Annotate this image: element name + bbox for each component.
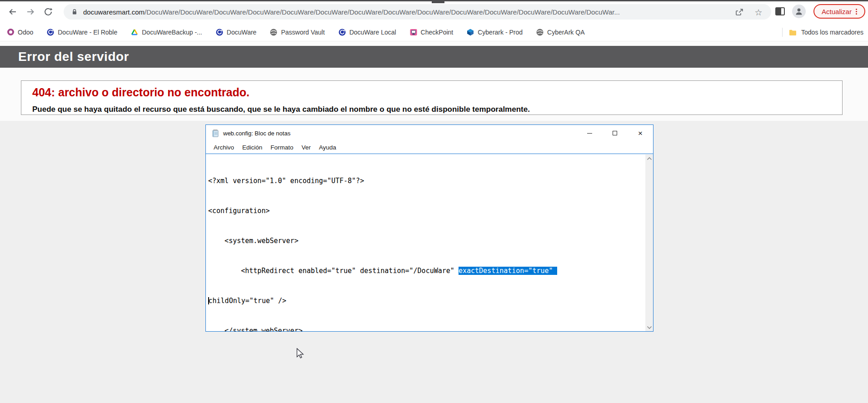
bookmark-label: DocuWare - El Roble [58, 29, 117, 36]
bookmark-label: DocuWare Local [349, 29, 396, 36]
actualizar-label: Actualizar [822, 8, 852, 15]
back-arrow-icon [8, 7, 17, 16]
docuware-icon [47, 29, 54, 36]
notepad-titlebar[interactable]: web.config: Bloc de notas × [206, 125, 653, 141]
bookmark-star-button[interactable]: ☆ [753, 7, 764, 18]
minimize-icon [587, 133, 592, 134]
cyberark-icon [467, 29, 474, 36]
notepad-title: web.config: Bloc de notas [223, 130, 290, 137]
notepad-icon [212, 129, 219, 137]
chevron-down-icon [647, 326, 652, 329]
reload-icon [44, 7, 53, 16]
notepad-text-area[interactable]: <?xml version="1.0" encoding="UTF-8"?> <… [206, 154, 653, 331]
person-icon [794, 7, 803, 16]
url-text: docuwaresmart.com/DocuWare/DocuWare/Docu… [83, 8, 692, 16]
address-bar[interactable]: docuwaresmart.com/DocuWare/DocuWare/Docu… [64, 4, 771, 20]
bookmark-label: DocuWareBackup -... [142, 29, 202, 36]
mouse-cursor [296, 348, 304, 361]
code-line: </system.webServer> [208, 326, 645, 331]
selected-text: exactDestination="true" [459, 267, 557, 275]
tab-strip-remnant [432, 0, 444, 3]
forward-button[interactable] [24, 5, 37, 18]
menu-formato[interactable]: Formato [266, 144, 297, 151]
globe-icon [270, 29, 277, 36]
reload-button[interactable] [42, 5, 55, 18]
docuware-icon [339, 29, 346, 36]
share-button[interactable] [734, 7, 745, 18]
notepad-window: web.config: Bloc de notas × Archivo Edic… [205, 124, 653, 332]
maximize-button[interactable] [602, 125, 628, 141]
error-message: Puede que se haya quitado el recurso que… [32, 105, 838, 114]
side-panel-button[interactable] [775, 7, 785, 15]
bookmarks-separator [782, 28, 783, 37]
folder-icon [789, 29, 797, 36]
url-path: /DocuWare/DocuWare/DocuWare/DocuWare/Doc… [145, 8, 620, 16]
docuware-icon [216, 29, 223, 36]
bookmark-password-vault[interactable]: Password Vault [270, 29, 324, 36]
close-button[interactable]: × [628, 125, 653, 141]
all-bookmarks[interactable]: Todos los marcadores [782, 23, 863, 41]
browser-menu-dots-icon[interactable] [856, 9, 857, 15]
actualizar-button[interactable]: Actualizar [813, 4, 865, 19]
error-box: 404: archivo o directorio no encontrado.… [21, 80, 843, 115]
menu-archivo[interactable]: Archivo [210, 144, 238, 151]
page-title: Error del servidor [0, 46, 868, 68]
bookmark-label: CyberArk QA [547, 29, 584, 36]
bookmark-odoo[interactable]: Odoo [7, 29, 33, 36]
lock-icon [71, 8, 78, 15]
error-title: 404: archivo o directorio no encontrado. [32, 86, 838, 99]
globe-icon [536, 29, 544, 36]
share-icon [735, 8, 744, 17]
code-line: <system.webServer> [208, 236, 645, 246]
star-icon: ☆ [754, 8, 762, 17]
bookmark-checkpoint[interactable]: CheckPoint [410, 29, 454, 36]
code-line: <configuration> [208, 206, 645, 216]
profile-avatar[interactable] [792, 5, 806, 18]
bookmark-label: Odoo [18, 29, 33, 36]
forward-arrow-icon [26, 7, 35, 16]
bookmark-label: DocuWare [227, 29, 257, 36]
bookmark-label: CheckPoint [421, 29, 454, 36]
bookmark-docuware[interactable]: DocuWare [216, 29, 257, 36]
bookmark-label: Password Vault [281, 29, 324, 36]
menu-edicion[interactable]: Edición [238, 144, 266, 151]
bookmark-label: Cyberark - Prod [478, 29, 523, 36]
checkpoint-icon [410, 29, 417, 36]
scroll-down-button[interactable] [645, 323, 653, 331]
bookmark-docuwarebackup[interactable]: DocuWareBackup -... [131, 29, 202, 36]
bookmark-cyberark-qa[interactable]: CyberArk QA [536, 29, 584, 36]
xml-content: <?xml version="1.0" encoding="UTF-8"?> <… [208, 156, 645, 331]
bookmark-docuware-el-roble[interactable]: DocuWare - El Roble [47, 29, 117, 36]
back-button[interactable] [6, 5, 19, 18]
close-icon: × [638, 129, 643, 137]
menu-ayuda[interactable]: Ayuda [315, 144, 340, 151]
vertical-scrollbar[interactable] [645, 154, 653, 331]
browser-toolbar: docuwaresmart.com/DocuWare/DocuWare/Docu… [0, 0, 868, 23]
url-domain: docuwaresmart.com [83, 8, 145, 16]
all-bookmarks-label: Todos los marcadores [801, 29, 863, 36]
odoo-icon [7, 29, 14, 35]
menu-ver[interactable]: Ver [298, 144, 315, 151]
minimize-button[interactable] [577, 125, 602, 141]
google-drive-icon [131, 29, 138, 36]
code-line: <httpRedirect enabled="true" destination… [208, 266, 645, 276]
bookmark-docuware-local[interactable]: DocuWare Local [339, 29, 396, 36]
maximize-icon [613, 131, 617, 135]
code-line: <?xml version="1.0" encoding="UTF-8"?> [208, 176, 645, 186]
bookmark-cyberark-prod[interactable]: Cyberark - Prod [467, 29, 523, 36]
bookmarks-bar: Odoo DocuWare - El Roble DocuWareBackup … [0, 23, 868, 41]
chevron-up-icon [647, 157, 652, 160]
code-line: childOnly="true" /> [208, 296, 645, 306]
notepad-menubar: Archivo Edición Formato Ver Ayuda [206, 141, 653, 154]
scroll-up-button[interactable] [645, 154, 653, 162]
